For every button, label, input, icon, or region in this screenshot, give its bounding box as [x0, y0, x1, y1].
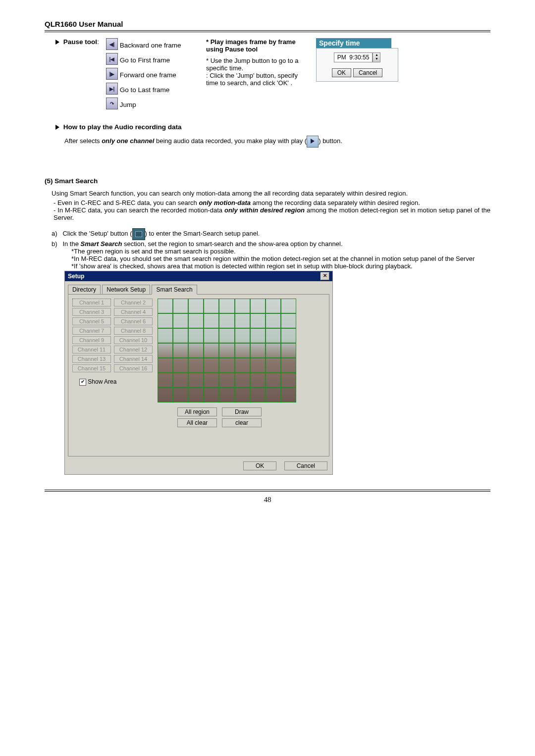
- channel-button[interactable]: Channel 15: [72, 364, 111, 372]
- triangle-icon: [55, 40, 59, 45]
- tab-smart-search[interactable]: Smart Search: [152, 285, 197, 295]
- region-grid[interactable]: [158, 299, 296, 403]
- all-clear-button[interactable]: All clear: [177, 418, 217, 427]
- all-region-button[interactable]: All region: [177, 407, 217, 416]
- label: Jump: [120, 101, 136, 108]
- channel-button[interactable]: Channel 7: [72, 327, 111, 335]
- channel-button[interactable]: Channel 1: [72, 299, 111, 306]
- channel-button[interactable]: Channel 14: [114, 355, 153, 363]
- clear-button[interactable]: clear: [222, 418, 262, 427]
- ampm-field[interactable]: PM 9:30:55: [334, 52, 373, 62]
- ok-button[interactable]: OK: [243, 461, 276, 470]
- channel-button[interactable]: Channel 4: [114, 308, 153, 316]
- frame-title: Play images frame by frame using Pause t…: [206, 38, 296, 53]
- setup-dialog: Setup ✕ Directory Network Setup Smart Se…: [64, 271, 333, 475]
- text: After selects: [64, 137, 102, 145]
- note: *The green region is set and the smart s…: [52, 248, 490, 255]
- note: *In M-REC data, you should set the smart…: [52, 255, 490, 262]
- channel-button[interactable]: Channel 3: [72, 308, 111, 316]
- smart-search-heading: (5) Smart Search: [45, 177, 98, 185]
- label: Backward one frame: [120, 42, 181, 49]
- page-number: 48: [45, 496, 490, 504]
- tab-bar: Directory Network Setup Smart Search: [65, 281, 332, 294]
- first-frame-icon: |◀: [106, 53, 118, 65]
- audio-heading: How to play the Audio recording data: [63, 123, 182, 131]
- specify-time-title: Specify time: [316, 38, 391, 48]
- step-b: b) In the Smart Search section, set the …: [52, 240, 490, 248]
- cancel-button[interactable]: Cancel: [353, 68, 382, 77]
- step-a: a) Click the 'Setup' button () to enter …: [52, 228, 490, 240]
- setup-icon: [132, 228, 145, 240]
- triangle-icon: [55, 125, 59, 130]
- label: Go to Last frame: [120, 86, 170, 94]
- note: *If 'show area' is checked, shows area t…: [52, 262, 490, 270]
- channel-button[interactable]: Channel 5: [72, 317, 111, 325]
- specify-time-dialog: PM 9:30:55▲▼ OK Cancel: [316, 48, 398, 82]
- backward-frame-icon: ◀|: [106, 38, 118, 50]
- bullet: In M-REC data, you can search the record…: [54, 206, 490, 221]
- dialog-title: Setup: [68, 273, 84, 280]
- time-spinner[interactable]: ▲▼: [373, 52, 380, 62]
- channel-button[interactable]: Channel 9: [72, 336, 111, 344]
- doc-header: QLR1660 User Manual: [45, 20, 490, 32]
- bullet: Even in C-REC and S-REC data, you can se…: [54, 199, 490, 206]
- channel-button[interactable]: Channel 8: [114, 327, 153, 335]
- pause-tool-label: Pause tool: [63, 38, 97, 46]
- last-frame-icon: ▶|: [106, 83, 118, 95]
- channel-button[interactable]: Channel 12: [114, 346, 153, 353]
- tab-directory[interactable]: Directory: [68, 285, 101, 294]
- em: only one channel: [102, 137, 154, 145]
- play-icon: [307, 136, 319, 148]
- channel-button[interactable]: Channel 13: [72, 355, 111, 363]
- channel-button[interactable]: Channel 10: [114, 336, 153, 344]
- camera-preview[interactable]: [158, 299, 296, 403]
- label: Go to First frame: [120, 56, 170, 64]
- frame-use: * Use the Jump button to go to a specifi…: [206, 57, 310, 72]
- frame-click: : Click the 'Jump' button, specify time …: [206, 72, 310, 87]
- label: Forward one frame: [120, 71, 176, 79]
- text: ) button.: [319, 137, 342, 145]
- ok-button[interactable]: OK: [332, 68, 351, 77]
- text: being audio data recorded, you make play…: [154, 137, 307, 145]
- ss-paragraph: Using Smart Search function, you can sea…: [45, 190, 490, 197]
- channel-button[interactable]: Channel 2: [114, 299, 153, 306]
- channel-button[interactable]: Channel 11: [72, 346, 111, 353]
- channel-button[interactable]: Channel 16: [114, 364, 153, 372]
- channel-button[interactable]: Channel 6: [114, 317, 153, 325]
- forward-frame-icon: |▶: [106, 68, 118, 80]
- cancel-button[interactable]: Cancel: [284, 461, 327, 470]
- jump-icon: ↷: [106, 98, 118, 109]
- tab-network[interactable]: Network Setup: [102, 285, 150, 294]
- close-icon[interactable]: ✕: [321, 272, 329, 280]
- draw-button[interactable]: Draw: [222, 407, 262, 416]
